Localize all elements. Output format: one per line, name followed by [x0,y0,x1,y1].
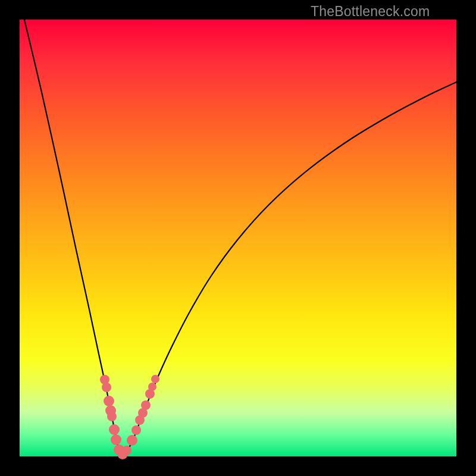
marker-dot [102,383,111,392]
marker-dot [151,375,159,383]
marker-dot [122,446,131,455]
marker-dot [148,383,156,391]
marker-dot [104,396,114,406]
bottleneck-curve [24,20,456,455]
chart-svg [0,0,476,476]
marker-dot [111,434,121,445]
marker-dot [107,412,117,421]
chart-frame: TheBottleneck.com [0,0,476,476]
marker-dot [109,424,120,435]
marker-dot [141,400,151,410]
marker-dot [131,425,141,435]
marker-dot [127,435,137,446]
